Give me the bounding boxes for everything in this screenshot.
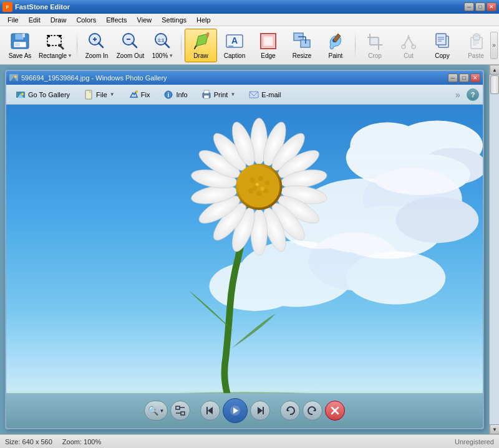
svg-rect-132 (263, 407, 264, 414)
menu-help[interactable]: Help (191, 15, 216, 25)
sep2 (181, 32, 182, 59)
email-button[interactable]: E-mail (243, 87, 286, 102)
print-icon (201, 90, 211, 100)
undo-icon (284, 405, 296, 416)
scroll-thumb[interactable] (490, 75, 499, 94)
go-to-gallery-label: Go To Gallery (28, 91, 70, 98)
maximize-button[interactable]: □ (475, 2, 485, 11)
cut-button[interactable]: Cut (392, 29, 425, 62)
file-button[interactable]: File ▼ (78, 87, 120, 102)
inner-minimize-button[interactable]: ─ (448, 74, 458, 82)
scrollbar[interactable]: ▲ ▼ (489, 65, 499, 434)
paint-label: Paint (329, 52, 343, 59)
copy-icon (432, 31, 452, 51)
nav-redo-button[interactable] (303, 401, 322, 421)
print-button[interactable]: Print ▼ (196, 87, 241, 102)
nav-undo-button[interactable] (280, 401, 300, 421)
rectangle-button[interactable]: Rectangle ▼ (37, 29, 74, 62)
inner-window-controls: ─ □ ✕ (448, 74, 480, 82)
file-label: File (96, 91, 107, 98)
svg-line-25 (165, 43, 169, 47)
nav-delete-button[interactable] (325, 401, 345, 421)
svg-line-17 (99, 43, 103, 47)
fix-button[interactable]: Fix (123, 87, 156, 102)
rectangle-label: Rectangle (39, 52, 67, 59)
svg-point-88 (395, 197, 478, 243)
paste-button[interactable]: Paste (460, 29, 492, 62)
scroll-up-button[interactable]: ▲ (490, 65, 499, 75)
edge-button[interactable]: Edge (252, 29, 284, 62)
inner-close-button[interactable]: ✕ (470, 74, 480, 82)
inner-toolbar: Go To Gallery File ▼ (6, 85, 483, 105)
svg-point-118 (248, 189, 253, 194)
info-button[interactable]: i Info (158, 87, 193, 102)
gallery-icon (16, 90, 26, 100)
inner-title-text: 596694_19539864.jpg - Windows Photo Gall… (21, 74, 448, 82)
fix-icon (128, 90, 138, 100)
fit-icon (175, 405, 186, 416)
edge-label: Edge (261, 52, 275, 59)
nav-fit-button[interactable] (170, 401, 190, 421)
caption-label: Caption (224, 52, 245, 59)
svg-point-117 (256, 191, 261, 196)
paint-icon (326, 31, 346, 51)
svg-rect-4 (22, 34, 25, 37)
zoom-out-button[interactable]: Zoom Out (114, 29, 147, 62)
crop-button[interactable]: Crop (359, 29, 391, 62)
paint-button[interactable]: Paint (319, 29, 352, 62)
menu-view[interactable]: View (132, 15, 157, 25)
zoom-in-icon (87, 31, 107, 51)
menu-colors[interactable]: Colors (71, 15, 101, 25)
copy-label: Copy (435, 52, 449, 59)
menu-settings[interactable]: Settings (157, 15, 191, 25)
draw-button[interactable]: Draw (185, 29, 217, 62)
inner-maximize-button[interactable]: □ (459, 74, 469, 82)
caption-button[interactable]: A Caption (218, 29, 251, 62)
svg-point-91 (210, 261, 301, 311)
menu-edit[interactable]: Edit (24, 15, 46, 25)
close-button[interactable]: ✕ (487, 2, 497, 11)
nav-play-button[interactable] (223, 398, 248, 423)
menu-effects[interactable]: Effects (101, 15, 132, 25)
svg-rect-76 (204, 90, 209, 93)
nav-zoom-button[interactable]: 🔍 ▼ (144, 401, 168, 421)
svg-rect-3 (15, 34, 24, 40)
zoom-arrow: ▼ (160, 408, 165, 414)
svg-point-115 (265, 180, 270, 185)
help-button[interactable]: ? (467, 88, 479, 101)
copy-button[interactable]: Copy (426, 29, 458, 62)
file-icon (84, 90, 94, 100)
redo-icon (307, 405, 318, 416)
svg-rect-75 (204, 95, 209, 98)
inner-title-icon (9, 73, 19, 83)
scroll-track[interactable] (490, 75, 499, 424)
zoom-100-label: 100% (152, 52, 168, 59)
inner-window: 596694_19539864.jpg - Windows Photo Gall… (5, 70, 484, 429)
info-icon: i (163, 90, 173, 100)
svg-rect-10 (47, 44, 50, 47)
svg-marker-127 (208, 407, 213, 414)
nav-prev-button[interactable] (200, 401, 220, 421)
info-label: Info (176, 91, 187, 98)
zoom-100-button[interactable]: 1:1 100% ▼ (148, 29, 178, 62)
toolbar-more-button[interactable]: » (490, 32, 498, 59)
zoom-in-button[interactable]: Zoom In (80, 29, 113, 62)
minimize-button[interactable]: ─ (464, 2, 474, 11)
save-as-button[interactable]: Save As (4, 29, 36, 62)
menu-file[interactable]: File (2, 15, 24, 25)
menu-draw[interactable]: Draw (46, 15, 72, 25)
nav-next-button[interactable] (250, 401, 270, 421)
svg-point-120 (260, 186, 264, 191)
svg-point-114 (258, 176, 263, 181)
zoom-out-label: Zoom Out (117, 52, 144, 59)
toolbar-chevron-button[interactable]: » (452, 87, 464, 102)
paste-icon (466, 31, 486, 51)
go-to-gallery-button[interactable]: Go To Gallery (10, 87, 75, 102)
rectangle-icon (46, 31, 65, 51)
resize-button[interactable]: Resize (286, 29, 318, 62)
bottom-nav: 🔍 ▼ (6, 393, 483, 428)
svg-text:i: i (168, 92, 170, 98)
main-area: ▲ ▼ 596694_19539864.jpg - Windows Photo … (0, 65, 499, 434)
svg-rect-69 (85, 90, 92, 99)
scroll-down-button[interactable]: ▼ (490, 424, 499, 434)
